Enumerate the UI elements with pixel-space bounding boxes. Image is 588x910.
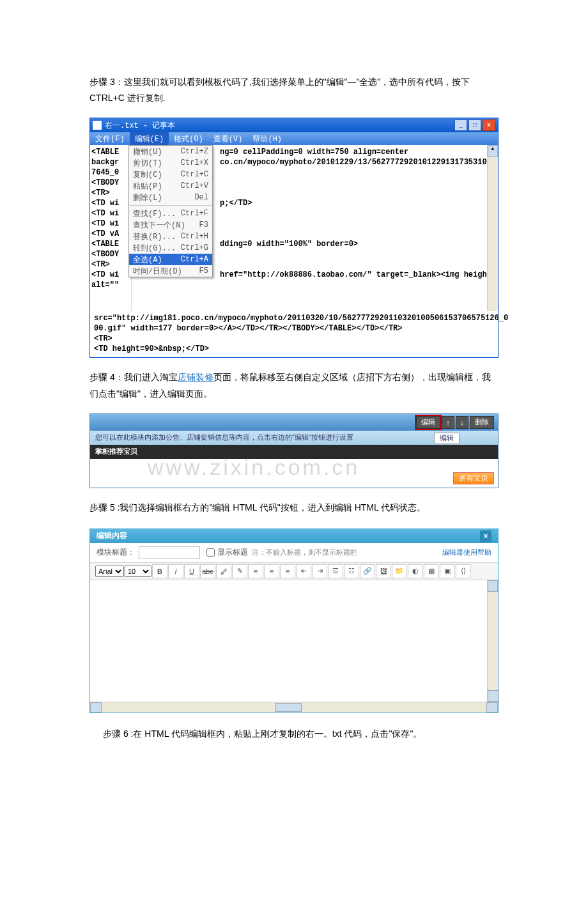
editor-help-link[interactable]: 编辑器使用帮助	[442, 548, 491, 557]
editor-panel: 编辑内容 × 模块标题： 显示标题 注：不输入标题，则不显示标题栏 编辑器使用帮…	[89, 528, 499, 713]
scroll-up-icon[interactable]	[488, 580, 498, 592]
scroll-down-icon[interactable]	[488, 690, 499, 702]
clock-button[interactable]: ◐	[408, 564, 423, 578]
menu-item-2[interactable]: 复制(C)Ctrl+C	[129, 169, 212, 180]
menu-item-3[interactable]: 粘贴(P)Ctrl+V	[129, 180, 212, 192]
menu-item-5[interactable]: 查找(F)...Ctrl+F	[129, 205, 212, 219]
step6-text: 步骤 6 :在 HTML 代码编辑框内，粘贴上刚才复制的右一。txt 代码，点击…	[89, 726, 499, 742]
menu-item-8[interactable]: 转到(G)...Ctrl+G	[129, 242, 212, 254]
notepad-icon	[93, 121, 102, 130]
menu-item-4[interactable]: 删除(L)Del	[129, 192, 212, 203]
misc-button-2[interactable]: ▣	[440, 564, 455, 578]
image-button[interactable]: 🖼	[376, 564, 391, 578]
notepad-titlebar[interactable]: 右一.txt - 记事本 _ □ ×	[90, 118, 498, 132]
scroll-thumb[interactable]	[275, 703, 302, 712]
bold-button[interactable]: B	[152, 564, 167, 578]
menu-file[interactable]: 文件(F)	[90, 132, 130, 145]
edit-button[interactable]: 编辑	[416, 416, 440, 429]
scrollbar-vertical[interactable]: ▲	[487, 145, 498, 311]
menu-help[interactable]: 帮助(H)	[247, 132, 287, 145]
move-up-button[interactable]: ↑	[442, 416, 454, 429]
step4-pre: 步骤 4：我们进入淘宝	[89, 372, 178, 382]
font-family-select[interactable]: Arial	[95, 566, 124, 577]
font-size-select[interactable]: 10	[125, 566, 151, 577]
menu-item-1[interactable]: 剪切(T)Ctrl+X	[129, 157, 212, 169]
step3-text: 步骤 3：这里我们就可以看到模板代码了,我们选择菜单上的"编辑"—"全选"，选中…	[89, 74, 499, 106]
color-button[interactable]: 🖉	[216, 564, 231, 578]
scroll-up-icon[interactable]: ▲	[488, 145, 498, 157]
watermark-text: www.zixin.com.cn	[148, 455, 360, 480]
code-right-fragment: ng=0 cellPadding=0 width=750 align=cente…	[216, 145, 498, 311]
editor-title: 编辑内容	[97, 530, 127, 541]
step4-text: 步骤 4：我们进入淘宝店铺装修页面，将鼠标移至右侧自定义区域（店招下方右侧），出…	[89, 369, 499, 401]
align-center-button[interactable]: ≡	[264, 564, 279, 578]
edit-menu-dropdown: 撤销(U)Ctrl+Z剪切(T)Ctrl+X复制(C)Ctrl+C粘贴(P)Ct…	[128, 145, 213, 277]
editor-vscroll[interactable]	[487, 580, 498, 702]
module-hint-text: 您可以在此模块内添加公告、店铺促销信息等内容，点击右边的"编辑"按钮进行设置	[95, 433, 353, 442]
code-left-fragment: <TABLEbackgr7645_0<TBODY<TR><TD wi<TD wi…	[90, 145, 132, 311]
menu-item-0[interactable]: 撤销(U)Ctrl+Z	[129, 146, 212, 157]
menu-item-6[interactable]: 查找下一个(N)F3	[129, 219, 212, 231]
menu-item-10[interactable]: 时间/日期(D)F5	[129, 265, 212, 277]
shop-decorate-link[interactable]: 店铺装修	[178, 372, 213, 382]
editor-close-icon[interactable]: ×	[480, 530, 491, 542]
outdent-button[interactable]: ⇥	[312, 564, 327, 578]
align-right-button[interactable]: ≡	[280, 564, 295, 578]
html-source-button[interactable]: ⟨⟩	[456, 564, 471, 578]
italic-button[interactable]: I	[168, 564, 183, 578]
notepad-menubar: 文件(F) 编辑(E) 格式(O) 查看(V) 帮助(H)	[90, 132, 498, 145]
notepad-window: 右一.txt - 记事本 _ □ × 文件(F) 编辑(E) 格式(O) 查看(…	[89, 118, 499, 358]
ul-button[interactable]: ☰	[328, 564, 343, 578]
show-title-label: 显示标题	[217, 547, 248, 558]
menu-item-7[interactable]: 替换(R)...Ctrl+H	[129, 231, 212, 242]
delete-button[interactable]: 删除	[470, 416, 494, 429]
editor-titlebar: 编辑内容 ×	[90, 529, 498, 543]
inline-edit-button[interactable]: 编辑	[434, 433, 460, 444]
menu-view[interactable]: 查看(V)	[208, 132, 248, 145]
code-bottom-fragment: src="http://img181.poco.cn/mypoco/myphot…	[90, 311, 498, 357]
editor-canvas[interactable]	[90, 580, 498, 702]
all-items-button[interactable]: 所有宝贝	[453, 472, 494, 484]
notepad-title: 右一.txt - 记事本	[105, 120, 454, 131]
maximize-button[interactable]: □	[468, 120, 481, 131]
align-left-button[interactable]: ≡	[248, 564, 263, 578]
module-hint: 您可以在此模块内添加公告、店铺促销信息等内容，点击右边的"编辑"按钮进行设置 编…	[90, 431, 498, 445]
ol-button[interactable]: ☷	[344, 564, 359, 578]
menu-format[interactable]: 格式(O)	[169, 132, 208, 145]
module-title-input[interactable]	[139, 546, 200, 559]
editor-header-row: 模块标题： 显示标题 注：不输入标题，则不显示标题栏 编辑器使用帮助	[90, 543, 498, 563]
step4-screenshot: 编辑 ↑ ↓ 删除 您可以在此模块内添加公告、店铺促销信息等内容，点击右边的"编…	[89, 413, 499, 488]
link-button[interactable]: 🔗	[360, 564, 375, 578]
underline-button[interactable]: U	[184, 564, 199, 578]
module-title-label: 模块标题：	[97, 547, 135, 558]
folder-button[interactable]: 📁	[392, 564, 407, 578]
show-title-checkbox[interactable]	[206, 548, 215, 557]
menu-edit[interactable]: 编辑(E)	[130, 132, 169, 145]
move-down-button[interactable]: ↓	[456, 416, 468, 429]
title-note: 注：不输入标题，则不显示标题栏	[252, 548, 357, 557]
menu-item-9[interactable]: 全选(A)Ctrl+A	[129, 254, 212, 265]
close-button[interactable]: ×	[483, 120, 495, 131]
minimize-button[interactable]: _	[454, 120, 467, 131]
misc-button-1[interactable]: ▦	[424, 564, 439, 578]
editor-hscroll[interactable]	[90, 702, 498, 713]
step5-text: 步骤 5 :我们选择编辑框右方的"编辑 HTML 代码"按钮，进入到编辑 HTM…	[89, 500, 499, 516]
module-toolbar: 编辑 ↑ ↓ 删除	[90, 414, 498, 431]
indent-button[interactable]: ⇤	[296, 564, 311, 578]
brush-button[interactable]: ✎	[232, 564, 247, 578]
scroll-left-icon[interactable]	[90, 702, 102, 713]
strike-button[interactable]: abc	[200, 564, 215, 578]
editor-toolbar: Arial 10 B I U abc 🖉 ✎ ≡ ≡ ≡ ⇤ ⇥ ☰ ☷ 🔗 🖼…	[90, 563, 498, 580]
scroll-right-icon[interactable]	[486, 702, 498, 713]
